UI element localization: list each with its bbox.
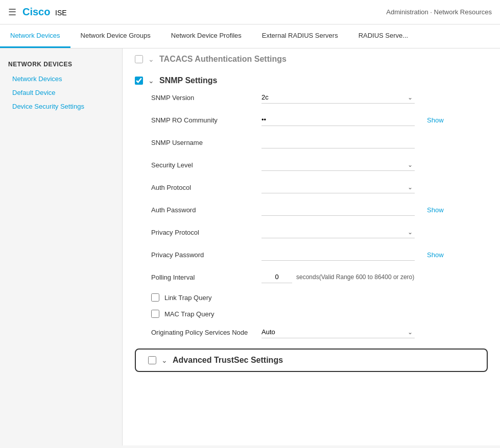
privacy-password-label: Privacy Password xyxy=(151,251,253,259)
polling-interval-label: Polling Interval xyxy=(151,273,253,281)
link-trap-query-checkbox[interactable] xyxy=(151,293,159,302)
privacy-protocol-select[interactable] xyxy=(261,226,415,238)
polling-interval-input[interactable] xyxy=(261,271,292,283)
auth-password-show-link[interactable]: Show xyxy=(427,206,444,214)
auth-password-input[interactable] xyxy=(261,204,415,216)
main-layout: Network Devices Network Devices Default … xyxy=(0,48,500,445)
content-area: ⌄ TACACS Authentication Settings ⌄ SNMP … xyxy=(123,48,500,445)
hamburger-icon[interactable]: ☰ xyxy=(8,7,16,18)
security-level-row: Security Level ⌄ xyxy=(151,159,488,171)
security-level-wrapper: ⌄ xyxy=(261,159,415,171)
trustsec-section[interactable]: ⌄ Advanced TrustSec Settings xyxy=(135,349,488,372)
snmp-chevron-icon[interactable]: ⌄ xyxy=(148,77,154,85)
privacy-password-show-link[interactable]: Show xyxy=(427,251,444,259)
sidebar-item-network-devices[interactable]: Network Devices xyxy=(0,72,122,86)
snmp-username-control xyxy=(261,136,415,148)
tab-network-device-groups[interactable]: Network Device Groups xyxy=(70,24,161,48)
snmp-section-title: SNMP Settings xyxy=(159,76,218,85)
snmp-ro-community-label: SNMP RO Community xyxy=(151,116,253,124)
auth-password-control xyxy=(261,204,415,216)
privacy-password-control xyxy=(261,248,415,261)
polling-interval-control: seconds(Valid Range 600 to 86400 or zero… xyxy=(261,271,414,283)
snmp-username-input[interactable] xyxy=(261,136,415,148)
header-left: ☰ Cisco ISE xyxy=(8,6,67,18)
snmp-username-label: SNMP Username xyxy=(151,139,253,146)
auth-password-row: Auth Password Show xyxy=(151,204,488,216)
snmp-ro-community-input[interactable] xyxy=(261,114,415,126)
privacy-protocol-wrapper: ⌄ xyxy=(261,226,415,238)
snmp-version-label: SNMP Version xyxy=(151,94,253,102)
polling-interval-row: Polling Interval seconds(Valid Range 600… xyxy=(151,271,488,283)
sidebar-section-header: Network Devices xyxy=(0,57,122,72)
snmp-checkbox[interactable] xyxy=(135,77,143,85)
security-level-label: Security Level xyxy=(151,161,253,169)
snmp-section-header: ⌄ SNMP Settings xyxy=(123,70,500,91)
header-breadcrumb: Administration · Network Resources xyxy=(386,8,492,16)
trustsec-section-title: Advanced TrustSec Settings xyxy=(173,356,283,365)
mac-trap-query-label: MAC Trap Query xyxy=(164,310,215,318)
snmp-version-select[interactable]: 1 2c 3 xyxy=(261,91,415,104)
snmp-ro-community-control xyxy=(261,114,415,126)
originating-policy-node-wrapper: Auto ⌄ xyxy=(261,326,415,338)
snmp-form-body: SNMP Version 1 2c 3 ⌄ SNMP RO Community … xyxy=(123,91,500,338)
top-header: ☰ Cisco ISE Administration · Network Res… xyxy=(0,0,500,24)
polling-interval-hint: seconds(Valid Range 600 to 86400 or zero… xyxy=(296,273,414,281)
privacy-password-row: Privacy Password Show xyxy=(151,248,488,261)
originating-policy-node-row: Originating Policy Services Node Auto ⌄ xyxy=(151,326,488,338)
trustsec-chevron-icon[interactable]: ⌄ xyxy=(161,356,168,364)
sidebar-item-default-device[interactable]: Default Device xyxy=(0,86,122,99)
tacacs-checkbox[interactable] xyxy=(135,55,143,63)
tab-network-devices[interactable]: Network Devices xyxy=(0,24,70,48)
snmp-ro-community-row: SNMP RO Community Show xyxy=(151,114,488,126)
originating-policy-node-label: Originating Policy Services Node xyxy=(151,329,253,336)
privacy-protocol-label: Privacy Protocol xyxy=(151,229,253,236)
tacacs-section: ⌄ TACACS Authentication Settings xyxy=(123,48,500,70)
snmp-ro-community-show-link[interactable]: Show xyxy=(427,116,444,124)
tab-radius-server[interactable]: RADIUS Serve... xyxy=(348,24,419,48)
cisco-logo: Cisco ISE xyxy=(22,6,67,18)
snmp-version-wrapper: 1 2c 3 ⌄ xyxy=(261,91,415,104)
tacacs-section-title: TACACS Authentication Settings xyxy=(159,55,287,64)
link-trap-query-row: Link Trap Query xyxy=(151,293,488,302)
mac-trap-query-checkbox[interactable] xyxy=(151,310,159,318)
sidebar: Network Devices Network Devices Default … xyxy=(0,48,123,445)
nav-tabs: Network Devices Network Device Groups Ne… xyxy=(0,24,500,48)
sidebar-item-device-security-settings[interactable]: Device Security Settings xyxy=(0,99,122,113)
link-trap-query-label: Link Trap Query xyxy=(164,294,212,302)
ise-label: ISE xyxy=(55,9,67,17)
tacacs-chevron-icon[interactable]: ⌄ xyxy=(148,55,154,63)
mac-trap-query-row: MAC Trap Query xyxy=(151,310,488,318)
auth-protocol-wrapper: ⌄ xyxy=(261,181,415,193)
originating-policy-node-select[interactable]: Auto xyxy=(261,326,415,338)
tab-network-device-profiles[interactable]: Network Device Profiles xyxy=(161,24,252,48)
snmp-version-row: SNMP Version 1 2c 3 ⌄ xyxy=(151,91,488,104)
trustsec-checkbox[interactable] xyxy=(148,356,156,364)
tab-external-radius-servers[interactable]: External RADIUS Servers xyxy=(252,24,348,48)
auth-protocol-row: Auth Protocol ⌄ xyxy=(151,181,488,193)
auth-protocol-label: Auth Protocol xyxy=(151,184,253,191)
auth-protocol-select[interactable] xyxy=(261,181,415,193)
auth-password-label: Auth Password xyxy=(151,206,253,214)
privacy-protocol-row: Privacy Protocol ⌄ xyxy=(151,226,488,238)
snmp-username-row: SNMP Username xyxy=(151,136,488,148)
privacy-password-input[interactable] xyxy=(261,248,415,261)
security-level-select[interactable] xyxy=(261,159,415,171)
